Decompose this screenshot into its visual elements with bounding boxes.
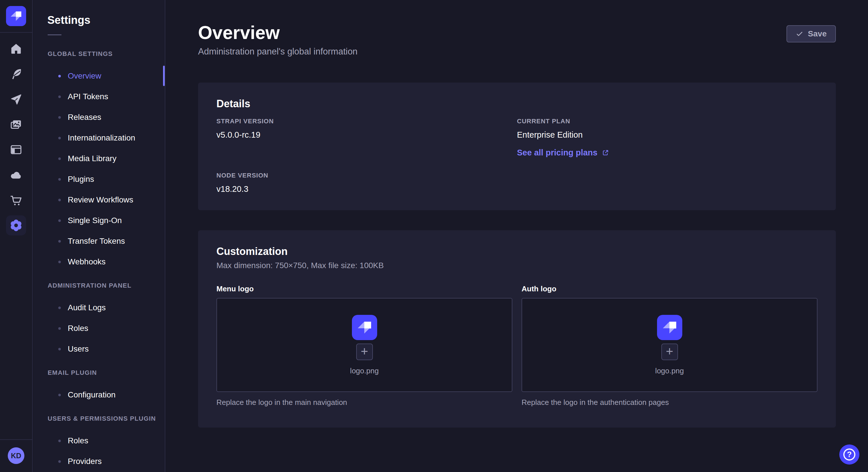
- subnav-item-api-tokens[interactable]: API Tokens: [33, 86, 165, 107]
- subnav-item-media-library[interactable]: Media Library: [33, 148, 165, 169]
- subnav-scrollbar-thumb[interactable]: [163, 66, 165, 86]
- subnav-item-internationalization[interactable]: Internationalization: [33, 128, 165, 148]
- menu-logo-add-button[interactable]: +: [356, 343, 373, 360]
- page-subtitle: Administration panel's global informatio…: [198, 46, 836, 57]
- nav-cloud-button[interactable]: [0, 162, 32, 188]
- menu-logo-hint: Replace the logo in the main navigation: [216, 398, 513, 407]
- subnav-item-label: Releases: [68, 113, 101, 122]
- subnav-item-label: Providers: [68, 457, 102, 466]
- subnav-item-releases[interactable]: Releases: [33, 107, 165, 128]
- subnav-item-label: Configuration: [68, 390, 116, 400]
- save-button-label: Save: [808, 29, 827, 38]
- field-value: v18.20.3: [216, 184, 517, 194]
- subnav-item-transfer-tokens[interactable]: Transfer Tokens: [33, 231, 165, 251]
- subnav-item-label: Transfer Tokens: [68, 237, 125, 246]
- field-value: v5.0.0-rc.19: [216, 130, 517, 140]
- subnav-item-admin-users[interactable]: Users: [33, 339, 165, 359]
- field-label: STRAPI VERSION: [216, 117, 517, 126]
- nav-settings-button[interactable]: [0, 213, 32, 238]
- subnav-item-webhooks[interactable]: Webhooks: [33, 251, 165, 272]
- subnav-item-email-configuration[interactable]: Configuration: [33, 384, 165, 405]
- subnav-item-admin-roles[interactable]: Roles: [33, 318, 165, 339]
- subnav-item-label: Review Workflows: [68, 195, 133, 204]
- section-title: ADMINISTRATION PANEL: [48, 281, 165, 290]
- user-avatar[interactable]: KD: [8, 447, 24, 464]
- section-title: EMAIL PLUGIN: [48, 369, 165, 377]
- subnav-item-label: API Tokens: [68, 92, 108, 101]
- section-global-settings: GLOBAL SETTINGS Overview API Tokens Rele…: [33, 49, 165, 272]
- subnav-item-plugins[interactable]: Plugins: [33, 169, 165, 190]
- strapi-logo-icon: [352, 315, 377, 340]
- section-email-plugin: EMAIL PLUGIN Configuration: [33, 369, 165, 405]
- strapi-logo-icon: [657, 315, 682, 340]
- auth-logo-preview: [657, 315, 682, 340]
- page-title: Overview: [198, 23, 836, 42]
- subnav-item-label: Overview: [68, 71, 101, 80]
- home-icon: [9, 42, 23, 55]
- settings-gear-icon: [9, 218, 23, 232]
- details-card: Details STRAPI VERSION v5.0.0-rc.19 CURR…: [198, 82, 836, 210]
- nav-releases-button[interactable]: [0, 87, 32, 112]
- section-administration-panel: ADMINISTRATION PANEL Audit Logs Roles Us…: [33, 281, 165, 359]
- subnav-item-up-roles[interactable]: Roles: [33, 430, 165, 451]
- subnav-item-label: Roles: [68, 436, 88, 445]
- menu-logo-preview: [352, 315, 377, 340]
- customization-card-title: Customization: [216, 245, 817, 258]
- subnav-item-review-workflows[interactable]: Review Workflows: [33, 190, 165, 210]
- help-button[interactable]: ?: [839, 444, 859, 465]
- plus-icon: +: [361, 345, 368, 358]
- auth-logo-dropzone[interactable]: + logo.png: [522, 298, 817, 392]
- menu-logo-dropzone[interactable]: + logo.png: [216, 298, 513, 392]
- nav-media-library-button[interactable]: [0, 112, 32, 137]
- avatar-initials: KD: [11, 452, 21, 460]
- plus-icon: +: [666, 345, 673, 358]
- subnav-item-overview[interactable]: Overview: [33, 66, 165, 86]
- auth-logo-hint: Replace the logo in the authentication p…: [522, 398, 817, 407]
- feather-icon: [9, 67, 23, 80]
- rail-divider: [0, 32, 32, 33]
- question-mark-icon: ?: [843, 448, 856, 461]
- section-items: Configuration: [33, 384, 165, 405]
- section-title: USERS & PERMISSIONS PLUGIN: [48, 414, 165, 423]
- subnav-item-label: Roles: [68, 324, 88, 333]
- external-link-icon: [601, 148, 610, 157]
- subnav-item-audit-logs[interactable]: Audit Logs: [33, 297, 165, 318]
- customization-constraints: Max dimension: 750×750, Max file size: 1…: [216, 261, 817, 270]
- subnav-item-label: Plugins: [68, 175, 94, 184]
- pricing-plans-link-label: See all pricing plans: [517, 148, 597, 158]
- nav-home-button[interactable]: [0, 36, 32, 61]
- rail-bottom-divider: [0, 439, 32, 440]
- menu-logo-filename: logo.png: [350, 367, 379, 375]
- section-title: GLOBAL SETTINGS: [48, 49, 165, 58]
- field-node-version: NODE VERSION v18.20.3: [216, 171, 517, 194]
- subnav-title: Settings: [48, 13, 165, 27]
- main-content: Overview Administration panel's global i…: [166, 0, 868, 472]
- section-users-permissions-plugin: USERS & PERMISSIONS PLUGIN Roles Provide…: [33, 414, 165, 472]
- nav-content-type-builder-button[interactable]: [0, 137, 32, 162]
- subnav-item-single-sign-on[interactable]: Single Sign-On: [33, 210, 165, 231]
- auth-logo-add-button[interactable]: +: [661, 343, 678, 360]
- layout-icon: [9, 143, 23, 156]
- save-button[interactable]: Save: [786, 25, 836, 42]
- field-value: Enterprise Edition: [517, 130, 817, 140]
- settings-subnav: Settings GLOBAL SETTINGS Overview API To…: [33, 0, 165, 472]
- subnav-item-label: Media Library: [68, 154, 117, 163]
- pricing-plans-link[interactable]: See all pricing plans: [517, 148, 610, 158]
- check-icon: [796, 30, 803, 38]
- strapi-admin-app: KD Settings GLOBAL SETTINGS Overview API…: [0, 0, 868, 472]
- field-current-plan: CURRENT PLAN Enterprise Edition See all …: [517, 117, 817, 158]
- subnav-item-label: Webhooks: [68, 257, 105, 266]
- nav-content-manager-button[interactable]: [0, 61, 32, 87]
- strapi-logo[interactable]: [6, 6, 26, 26]
- subnav-item-up-providers[interactable]: Providers: [33, 451, 165, 472]
- customization-card: Customization Max dimension: 750×750, Ma…: [198, 230, 836, 428]
- subnav-item-label: Single Sign-On: [68, 216, 122, 225]
- nav-marketplace-button[interactable]: [0, 188, 32, 213]
- menu-logo-label: Menu logo: [216, 284, 513, 293]
- section-items: Overview API Tokens Releases Internation…: [33, 66, 165, 272]
- subnav-item-label: Audit Logs: [68, 303, 105, 312]
- field-label: CURRENT PLAN: [517, 117, 817, 126]
- field-label: NODE VERSION: [216, 171, 517, 180]
- section-items: Audit Logs Roles Users: [33, 297, 165, 359]
- pictures-icon: [9, 118, 23, 131]
